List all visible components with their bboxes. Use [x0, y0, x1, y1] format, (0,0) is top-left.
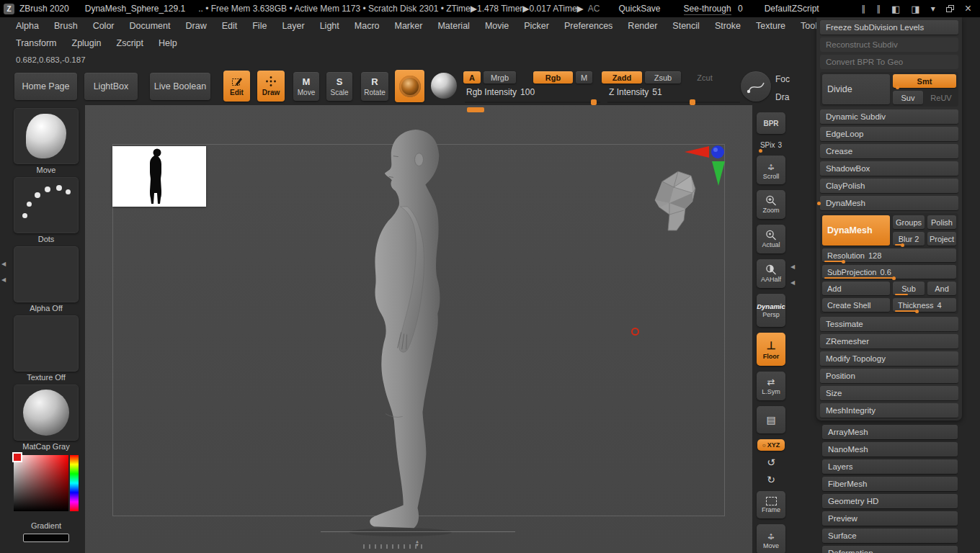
gradient-label[interactable]: Gradient	[14, 520, 79, 533]
current-stroke-thumbnail[interactable]	[14, 177, 79, 233]
rgb-intensity-handle[interactable]	[591, 99, 597, 105]
secondary-color-swatch[interactable]	[23, 534, 69, 542]
home-page-button[interactable]: Home Page	[14, 73, 77, 100]
stroke-curve-button[interactable]	[741, 71, 771, 102]
hue-strip[interactable]	[70, 455, 79, 511]
scale-mode-button[interactable]: S Scale	[326, 72, 352, 101]
and-button[interactable]: And	[927, 282, 956, 295]
position-section[interactable]: Position	[820, 369, 958, 383]
create-shell-button[interactable]: Create Shell	[822, 298, 890, 312]
rgb-intensity-slider[interactable]: Rgb Intensity 100	[465, 87, 600, 103]
document-thumbnail[interactable]	[112, 146, 206, 207]
layers-section[interactable]: Layers	[822, 459, 958, 474]
quicksave-button[interactable]: QuickSave	[619, 4, 661, 14]
deformation-section[interactable]: Deformation	[822, 546, 958, 553]
claypolish-section[interactable]: ClayPolish	[820, 179, 958, 193]
subprojection-slider[interactable]: SubProjection 0.6	[822, 265, 956, 279]
focal-shift-label[interactable]: Foc	[775, 74, 791, 84]
material-thumbnail[interactable]	[14, 385, 79, 441]
aahalf-button[interactable]: AAHalf	[757, 259, 785, 288]
restore-window-button[interactable]	[946, 5, 954, 12]
menu-item-draw[interactable]: Draw	[179, 19, 214, 33]
menu-item-zscript[interactable]: Zscript	[110, 36, 151, 50]
collapse-icon[interactable]: ▾	[931, 4, 935, 14]
color-picker[interactable]	[14, 454, 79, 520]
left-tray-toggle[interactable]: ◀ ◀	[1, 256, 6, 288]
zscript-name[interactable]: DefaultZScript	[765, 4, 819, 14]
right-tray-toggle[interactable]: ◀ ◀	[790, 259, 795, 291]
zoom-button[interactable]: Zoom	[757, 190, 785, 219]
actual-button[interactable]: Actual	[757, 225, 785, 253]
local-symmetry-button[interactable]: ⇄ L.Sym	[757, 372, 785, 400]
polish-button[interactable]: Polish	[927, 215, 956, 229]
shadowbox-section[interactable]: ShadowBox	[820, 161, 958, 176]
project-button[interactable]: Project	[927, 232, 956, 246]
dock-right-icon[interactable]: ◨	[911, 4, 919, 14]
menu-item-macro[interactable]: Macro	[347, 19, 387, 33]
geometry-hd-section[interactable]: Geometry HD	[822, 494, 958, 508]
m-button[interactable]: M	[576, 71, 592, 84]
menu-item-texture[interactable]: Texture	[749, 19, 793, 33]
rotate-mode-button[interactable]: R Rotate	[361, 72, 388, 101]
move-mode-button[interactable]: M Move	[293, 72, 319, 101]
menu-item-brush[interactable]: Brush	[47, 19, 85, 33]
gizmo-button[interactable]: ▤	[757, 406, 785, 433]
menu-item-help[interactable]: Help	[151, 36, 184, 50]
add-button[interactable]: Add	[822, 282, 890, 295]
persp-button[interactable]: Dynamic Persp	[757, 294, 785, 327]
size-section[interactable]: Size	[820, 386, 958, 400]
live-boolean-button[interactable]: Live Boolean	[150, 73, 210, 100]
viewport-canvas[interactable]: ▲ ▼	[85, 105, 752, 553]
menu-item-light[interactable]: Light	[313, 19, 347, 33]
divide-button[interactable]: Divide	[822, 74, 890, 104]
alpha-thumbnail[interactable]	[14, 246, 79, 302]
blur-slider[interactable]: Blur 2	[893, 232, 925, 246]
menu-item-edit[interactable]: Edit	[215, 19, 245, 33]
smt-button[interactable]: Smt	[893, 74, 956, 88]
spix-slider[interactable]: SPix 3	[757, 140, 785, 150]
edgeloop-section[interactable]: EdgeLoop	[820, 127, 958, 141]
zremesher-section[interactable]: ZRemesher	[820, 334, 958, 349]
dock-left-icon[interactable]: ◧	[891, 4, 900, 14]
frame-button[interactable]: Frame	[757, 491, 785, 518]
floor-button[interactable]: ⊥ Floor	[757, 333, 785, 366]
orbit-ccw-button[interactable]: ↺	[757, 457, 785, 468]
move-canvas-button[interactable]: ↔↕ Move	[757, 524, 785, 553]
dynamesh-section-header[interactable]: DynaMesh	[820, 196, 958, 210]
menu-item-document[interactable]: Document	[122, 19, 178, 33]
close-window-button[interactable]: ×	[965, 5, 971, 12]
menu-item-marker[interactable]: Marker	[388, 19, 430, 33]
menu-item-layer[interactable]: Layer	[275, 19, 311, 33]
suv-button[interactable]: Suv	[893, 91, 923, 104]
axis-gizmo[interactable]	[683, 144, 726, 189]
tessimate-section[interactable]: Tessimate	[820, 317, 958, 331]
menu-item-stencil[interactable]: Stencil	[665, 19, 707, 33]
bpr-button[interactable]: BPR	[757, 112, 785, 134]
menu-item-render[interactable]: Render	[620, 19, 664, 33]
rgb-button[interactable]: Rgb	[533, 71, 573, 84]
see-through-slider[interactable]: See-through 0	[684, 4, 743, 14]
a-button[interactable]: A	[463, 71, 481, 84]
modify-topology-section[interactable]: Modify Topology	[820, 351, 958, 366]
menu-item-alpha[interactable]: Alpha	[9, 19, 46, 33]
menu-item-color[interactable]: Color	[86, 19, 122, 33]
preview-section[interactable]: Preview	[822, 511, 958, 526]
dynamesh-button[interactable]: DynaMesh	[822, 215, 890, 246]
menu-item-stroke[interactable]: Stroke	[708, 19, 748, 33]
zsub-button[interactable]: Zsub	[645, 71, 681, 84]
sub-button[interactable]: Sub	[893, 282, 925, 295]
xyz-button[interactable]: ○ XYZ	[757, 439, 785, 451]
menu-item-transform[interactable]: Transform	[9, 36, 64, 50]
menu-item-zplugin[interactable]: Zplugin	[65, 36, 109, 50]
current-brush-thumbnail[interactable]	[14, 108, 79, 164]
color-saturation-square[interactable]	[14, 455, 68, 511]
divider-handle-icon[interactable]: ∥	[861, 4, 865, 14]
divider-handle-icon[interactable]: ∥	[876, 4, 881, 14]
edit-button[interactable]: Edit	[223, 71, 250, 102]
resolution-slider[interactable]: Resolution 128	[822, 248, 956, 262]
menu-item-movie[interactable]: Movie	[478, 19, 516, 33]
current-material-slot[interactable]	[395, 70, 424, 102]
canvas-divider-handle[interactable]	[467, 107, 484, 112]
arraymesh-section[interactable]: ArrayMesh	[822, 425, 958, 439]
crease-section[interactable]: Crease	[820, 144, 958, 158]
